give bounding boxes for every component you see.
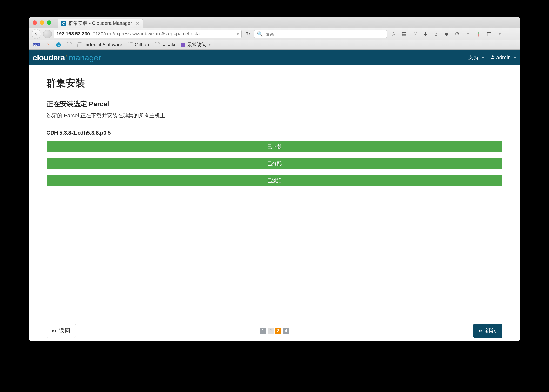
svg-point-0 (492, 55, 494, 57)
nav-right: 支持 ▼ admin ▼ (468, 54, 516, 61)
address-bar[interactable]: 192.168.53.230 :7180/cmf/express-wizard/… (54, 30, 242, 38)
step-2[interactable]: 2 (268, 328, 274, 334)
z-icon: Z (56, 42, 61, 47)
nav-user[interactable]: admin ▼ (491, 54, 516, 61)
site-identity-icon[interactable] (43, 30, 52, 38)
main-content: 群集安装 正在安装选定 Parcel 选定的 Parcel 正在下载并安装在群集… (29, 65, 520, 320)
parcel-name: CDH 5.3.8-1.cdh5.3.8.p0.5 (47, 130, 502, 136)
wizard-footer: ⏮ 返回 1 2 3 4 ⏭ 继续 (29, 320, 520, 342)
progress-bar-distributed: 已分配 (47, 158, 502, 169)
continue-button[interactable]: ⏭ 继续 (473, 324, 502, 338)
menu-icon[interactable] (507, 30, 515, 38)
continue-label: 继续 (485, 327, 497, 335)
step-prev-icon: ⏮ (52, 328, 56, 333)
toolbar-icons: ☆ ▤ ♡ ⬇ ⌂ ☻ ⚙ ▾ ↑↓ ◫ ▾ (389, 30, 517, 38)
bookmark-empty[interactable] (67, 42, 71, 47)
tab-close-icon[interactable]: ✕ (136, 21, 139, 26)
placeholder-icon (67, 42, 71, 47)
bookmark-bar: MVN ♨ Z Index of /software GitLab sasaki… (29, 40, 520, 49)
step-3[interactable]: 3 (275, 328, 281, 334)
chevron-down-icon: ▾ (209, 43, 211, 47)
nav-user-label: admin (496, 54, 511, 61)
dropdown-chevron-icon[interactable]: ▾ (497, 32, 502, 36)
window-controls (33, 21, 57, 28)
brand-accent-icon: ' (65, 53, 67, 62)
back-arrow-icon (34, 32, 39, 36)
brand-word-b: manager (69, 53, 101, 62)
chevron-down-icon: ▼ (481, 56, 485, 59)
chat-icon[interactable]: ☻ (444, 31, 449, 37)
reload-button[interactable]: ↻ (244, 30, 252, 38)
search-icon: 🔍 (257, 31, 263, 37)
browser-tab-bar: C 群集安装 - Cloudera Manager ✕ + (29, 17, 520, 28)
browser-toolbar: 192.168.53.230 :7180/cmf/express-wizard/… (29, 28, 520, 40)
download-icon[interactable]: ⬇ (422, 31, 428, 37)
progress-bar-activated: 已激活 (47, 175, 502, 186)
flame-icon: ♨ (46, 42, 50, 48)
nav-support[interactable]: 支持 ▼ (468, 54, 485, 61)
pocket-icon[interactable]: ♡ (412, 31, 418, 37)
nav-support-label: 支持 (468, 54, 479, 61)
maximize-window-icon[interactable] (47, 21, 51, 25)
user-icon (491, 54, 495, 61)
bookmark-mvn[interactable]: MVN (33, 43, 40, 47)
placeholder-icon (155, 42, 160, 47)
dropdown-chevron-icon[interactable]: ▾ (465, 32, 471, 36)
crop-icon[interactable]: ◫ (486, 31, 492, 37)
tab-title: 群集安装 - Cloudera Manager (68, 20, 132, 27)
bookmark-index[interactable]: Index of /software (77, 42, 122, 48)
back-button[interactable]: ⏮ 返回 (47, 324, 76, 338)
browser-window: C 群集安装 - Cloudera Manager ✕ + 192.168.53… (29, 17, 520, 342)
step-next-icon: ⏭ (479, 328, 483, 333)
bookmark-flame[interactable]: ♨ (46, 42, 50, 48)
search-placeholder: 搜索 (265, 31, 274, 37)
minimize-window-icon[interactable] (40, 21, 44, 25)
bookmark-label: sasaki (162, 42, 175, 48)
bug-icon[interactable]: ⚙ (454, 31, 460, 37)
network-activity-icon: ↑↓ (476, 32, 481, 36)
placeholder-icon (128, 42, 133, 47)
step-indicator: 1 2 3 4 (260, 328, 289, 334)
folder-icon (181, 43, 185, 47)
new-tab-button[interactable]: + (143, 20, 153, 28)
mvn-icon: MVN (33, 43, 40, 47)
progress-bar-downloaded: 已下载 (47, 141, 502, 152)
bookmark-gitlab[interactable]: GitLab (128, 42, 149, 48)
progress-label: 已激活 (267, 177, 282, 184)
home-icon[interactable]: ⌂ (433, 31, 439, 37)
url-path: :7180/cmf/express-wizard/wizard#step=par… (91, 31, 200, 37)
step-4[interactable]: 4 (283, 328, 289, 334)
search-bar[interactable]: 🔍 搜索 (254, 30, 387, 38)
favicon-icon: C (61, 21, 66, 26)
chevron-down-icon: ▼ (513, 56, 516, 59)
bookmark-star-icon[interactable]: ☆ (391, 31, 396, 37)
page-subtitle: 正在安装选定 Parcel (47, 99, 502, 109)
url-host: 192.168.53.230 (56, 31, 90, 37)
bookmark-label: 最常访问 (187, 42, 207, 48)
brand-logo[interactable]: cloudera' manager (33, 53, 101, 62)
back-button[interactable] (32, 29, 41, 39)
bookmark-label: GitLab (135, 42, 149, 48)
bookmark-mostvisited[interactable]: 最常访问▾ (181, 42, 211, 48)
brand-word-a: cloudera (33, 53, 65, 62)
bookmark-sasaki[interactable]: sasaki (155, 42, 175, 48)
bookmark-label: Index of /software (84, 42, 122, 48)
page-description: 选定的 Parcel 正在下载并安装在群集的所有主机上。 (47, 112, 502, 119)
back-label: 返回 (59, 327, 70, 335)
reader-icon[interactable]: ▤ (401, 31, 407, 37)
progress-label: 已下载 (267, 144, 282, 150)
progress-label: 已分配 (267, 160, 282, 167)
browser-tab[interactable]: C 群集安装 - Cloudera Manager ✕ (57, 19, 143, 28)
placeholder-icon (77, 42, 82, 47)
page-title: 群集安装 (47, 77, 502, 90)
bookmark-z[interactable]: Z (56, 42, 61, 47)
app-nav: cloudera' manager 支持 ▼ admin ▼ (29, 49, 520, 65)
url-dropdown-icon[interactable]: ▾ (237, 31, 239, 37)
step-1[interactable]: 1 (260, 328, 266, 334)
close-window-icon[interactable] (33, 21, 37, 25)
